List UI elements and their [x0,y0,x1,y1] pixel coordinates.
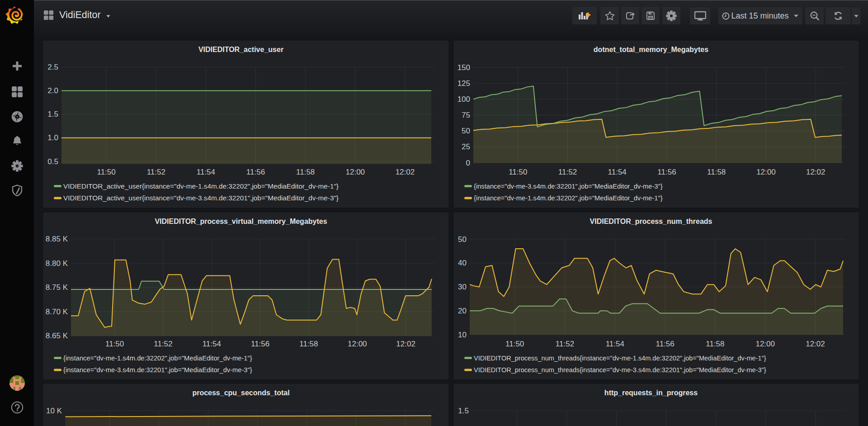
svg-text:11:52: 11:52 [147,168,165,176]
svg-text:11:52: 11:52 [558,168,577,176]
svg-text:11:56: 11:56 [657,168,676,176]
svg-text:12:00: 12:00 [346,168,365,176]
svg-text:8.65 K: 8.65 K [46,331,68,340]
svg-text:100: 100 [458,95,470,104]
svg-text:11:54: 11:54 [203,340,221,348]
svg-text:8.85 K: 8.85 K [46,235,68,243]
svg-text:11:50: 11:50 [105,340,124,348]
svg-text:11:54: 11:54 [608,168,627,176]
svg-text:20: 20 [458,307,467,315]
svg-text:11:58: 11:58 [707,168,726,176]
svg-text:1.5: 1.5 [458,407,469,415]
svg-text:10 K: 10 K [46,407,62,415]
svg-text:12:00: 12:00 [348,340,367,348]
svg-text:process_cpu_seconds_total: process_cpu_seconds_total [192,389,289,397]
svg-text:12:02: 12:02 [396,340,415,348]
svg-text:50: 50 [458,235,467,244]
svg-text:VIDIEDITOR_process_virtual_mem: VIDIEDITOR_process_virtual_memory_Megaby… [155,218,327,225]
svg-text:8.80 K: 8.80 K [46,259,68,268]
svg-text:125: 125 [458,79,470,88]
svg-text:http_requests_in_progress: http_requests_in_progress [604,389,698,397]
svg-text:11:54: 11:54 [197,168,215,176]
svg-text:{instance="dv-me-3.s4m.de:3220: {instance="dv-me-3.s4m.de:32201",job="Me… [474,183,663,190]
svg-text:0.5: 0.5 [47,157,58,166]
svg-text:VIDIEDITOR_process_num_threads: VIDIEDITOR_process_num_threads{instance=… [474,355,766,362]
svg-text:VIDIEDITOR_process_num_threads: VIDIEDITOR_process_num_threads{instance=… [474,366,766,374]
svg-text:150: 150 [458,63,470,72]
svg-text:11:50: 11:50 [97,168,115,176]
svg-text:11:56: 11:56 [656,340,674,348]
svg-text:12:00: 12:00 [755,340,775,348]
svg-text:75: 75 [462,111,470,119]
svg-text:11:56: 11:56 [246,168,265,176]
svg-text:2.0: 2.0 [47,86,58,95]
svg-text:2.5: 2.5 [47,63,58,71]
svg-text:11:52: 11:52 [556,340,574,348]
svg-text:12:00: 12:00 [756,168,776,176]
svg-text:12:02: 12:02 [806,168,826,176]
svg-text:12:02: 12:02 [806,340,825,348]
svg-text:dotnet_total_memory_Megabytes: dotnet_total_memory_Megabytes [594,46,708,53]
svg-text:10: 10 [458,331,467,339]
svg-text:1.5: 1.5 [47,110,58,118]
svg-text:12:02: 12:02 [396,168,415,176]
svg-text:{instance="dv-me-1.s4m.de:3220: {instance="dv-me-1.s4m.de:32202",job="Me… [474,194,663,202]
svg-text:11:58: 11:58 [299,340,318,348]
svg-text:1.0: 1.0 [47,133,58,142]
svg-text:VIDIEDITOR_active_user{instanc: VIDIEDITOR_active_user{instance="dv-me-1… [63,182,339,190]
svg-text:0: 0 [466,159,470,167]
svg-text:30: 30 [458,283,467,291]
svg-text:{instance="dv-me-3.s4m.de:3220: {instance="dv-me-3.s4m.de:32201",job="Me… [63,366,252,374]
svg-text:11:58: 11:58 [296,168,315,176]
svg-text:VIDIEDITOR_active_user: VIDIEDITOR_active_user [198,46,283,53]
svg-text:11:54: 11:54 [606,340,624,348]
svg-text:VIDIEDITOR_active_user{instanc: VIDIEDITOR_active_user{instance="dv-me-3… [63,194,339,202]
svg-text:8.70 K: 8.70 K [46,308,68,316]
svg-text:VIDIEDITOR_process_num_threads: VIDIEDITOR_process_num_threads [590,218,712,225]
svg-text:50: 50 [462,127,470,135]
svg-text:8.75 K: 8.75 K [46,283,68,292]
svg-text:11:58: 11:58 [706,340,724,348]
svg-text:40: 40 [458,259,467,267]
svg-text:11:52: 11:52 [154,340,172,348]
svg-text:{instance="dv-me-1.s4m.de:3220: {instance="dv-me-1.s4m.de:32202",job="Me… [63,355,252,362]
svg-text:25: 25 [462,142,470,151]
svg-text:11:56: 11:56 [251,340,269,348]
svg-text:11:50: 11:50 [505,340,524,348]
svg-text:11:50: 11:50 [509,168,527,176]
